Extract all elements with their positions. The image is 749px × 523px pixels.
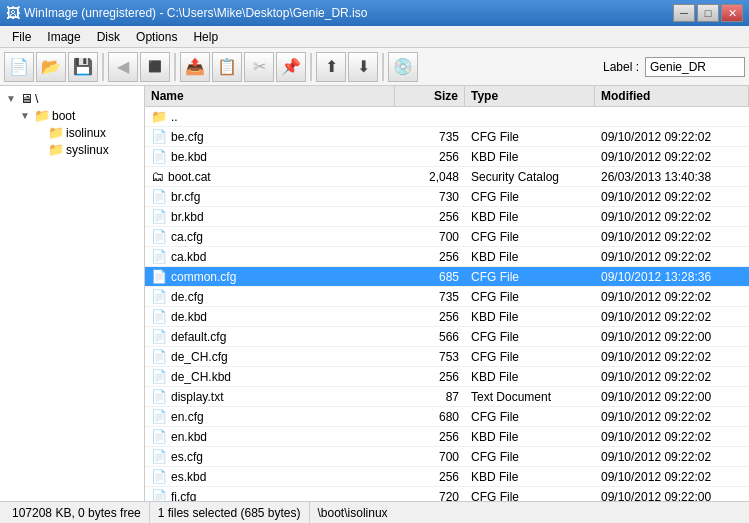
tree-toggle-syslinux [34,144,46,155]
tree-label-root: \ [35,92,38,106]
open-button[interactable]: 📂 [36,52,66,82]
title-bar: 🖼 WinImage (unregistered) - C:\Users\Mik… [0,0,749,26]
file-modified: 09/10/2012 13:28:36 [595,268,749,286]
app-icon: 🖼 [6,5,20,21]
file-icon: 📄 [151,149,167,164]
table-row[interactable]: 📄 en.cfg 680 CFG File 09/10/2012 09:22:0… [145,407,749,427]
table-row[interactable]: 📄 common.cfg 685 CFG File 09/10/2012 13:… [145,267,749,287]
label-input[interactable] [645,57,745,77]
main-area: ▼ 🖥 \ ▼ 📁 boot 📁 isolinux 📁 syslinux [0,86,749,501]
file-type: KBD File [465,468,595,486]
tree-item-syslinux[interactable]: 📁 syslinux [32,141,140,158]
inject-button[interactable]: ⬛ [140,52,170,82]
tree-root[interactable]: ▼ 🖥 \ [4,90,140,107]
file-name: 📄 en.kbd [145,427,395,446]
file-size: 256 [395,308,465,326]
minimize-button[interactable]: ─ [673,4,695,22]
close-button[interactable]: ✕ [721,4,743,22]
label-text: Label : [603,60,639,74]
table-row[interactable]: 📄 be.cfg 735 CFG File 09/10/2012 09:22:0… [145,127,749,147]
table-row[interactable]: 📄 de.cfg 735 CFG File 09/10/2012 09:22:0… [145,287,749,307]
format-button[interactable]: 💿 [388,52,418,82]
back-button[interactable]: ◀ [108,52,138,82]
menu-image[interactable]: Image [39,28,88,46]
menu-disk[interactable]: Disk [89,28,128,46]
file-rows: 📁 .. 📄 be.cfg 735 CFG File 09/10/2012 09… [145,107,749,501]
file-size: 720 [395,488,465,502]
sort-za-button[interactable]: ⬇ [348,52,378,82]
catalog-icon: 🗂 [151,169,164,184]
file-size: 2,048 [395,168,465,186]
cut-button[interactable]: ✂ [244,52,274,82]
table-row[interactable]: 📁 .. [145,107,749,127]
table-row[interactable]: 📄 de_CH.cfg 753 CFG File 09/10/2012 09:2… [145,347,749,367]
paste-button[interactable]: 📌 [276,52,306,82]
file-type: KBD File [465,428,595,446]
table-row[interactable]: 🗂 boot.cat 2,048 Security Catalog 26/03/… [145,167,749,187]
file-size: 256 [395,148,465,166]
file-name: 📄 en.cfg [145,407,395,426]
save-button[interactable]: 💾 [68,52,98,82]
extract-button[interactable]: 📤 [180,52,210,82]
file-size: 735 [395,288,465,306]
table-row[interactable]: 📄 fi.cfg 720 CFG File 09/10/2012 09:22:0… [145,487,749,501]
file-modified: 09/10/2012 09:22:00 [595,488,749,502]
table-row[interactable]: 📄 de_CH.kbd 256 KBD File 09/10/2012 09:2… [145,367,749,387]
table-row[interactable]: 📄 br.kbd 256 KBD File 09/10/2012 09:22:0… [145,207,749,227]
file-name: 📄 ca.kbd [145,247,395,266]
file-name: 📄 be.kbd [145,147,395,166]
file-size: 256 [395,468,465,486]
file-modified: 09/10/2012 09:22:00 [595,328,749,346]
menu-options[interactable]: Options [128,28,185,46]
toolbar: 📄 📂 💾 ◀ ⬛ 📤 📋 ✂ 📌 ⬆ ⬇ 💿 Label : [0,48,749,86]
table-row[interactable]: 📄 es.cfg 700 CFG File 09/10/2012 09:22:0… [145,447,749,467]
header-name[interactable]: Name [145,86,395,106]
file-type: CFG File [465,268,595,286]
tree-toggle-boot: ▼ [20,110,32,121]
table-row[interactable]: 📄 es.kbd 256 KBD File 09/10/2012 09:22:0… [145,467,749,487]
file-name: 📄 de_CH.kbd [145,367,395,386]
menu-help[interactable]: Help [185,28,226,46]
file-modified: 09/10/2012 09:22:02 [595,228,749,246]
file-size: 753 [395,348,465,366]
file-type: CFG File [465,128,595,146]
maximize-button[interactable]: □ [697,4,719,22]
copy-button[interactable]: 📋 [212,52,242,82]
table-row[interactable]: 📄 ca.kbd 256 KBD File 09/10/2012 09:22:0… [145,247,749,267]
table-row[interactable]: 📄 display.txt 87 Text Document 09/10/201… [145,387,749,407]
sort-az-button[interactable]: ⬆ [316,52,346,82]
table-row[interactable]: 📄 ca.cfg 700 CFG File 09/10/2012 09:22:0… [145,227,749,247]
file-modified: 09/10/2012 09:22:02 [595,408,749,426]
file-type: CFG File [465,288,595,306]
tree-panel: ▼ 🖥 \ ▼ 📁 boot 📁 isolinux 📁 syslinux [0,86,145,501]
file-icon: 📄 [151,249,167,264]
file-type: CFG File [465,188,595,206]
file-type: CFG File [465,488,595,502]
file-name: 📄 de.kbd [145,307,395,326]
header-modified[interactable]: Modified [595,86,749,106]
toolbar-separator-1 [102,53,104,81]
tree-item-isolinux[interactable]: 📁 isolinux [32,124,140,141]
file-modified [595,115,749,119]
disk-info-text: 107208 KB, 0 bytes free [12,506,141,520]
file-icon: 📄 [151,309,167,324]
file-size: 700 [395,228,465,246]
file-icon: 📄 [151,489,167,501]
file-size [395,115,465,119]
tree-item-boot[interactable]: ▼ 📁 boot [18,107,140,124]
header-type[interactable]: Type [465,86,595,106]
file-panel: Name Size Type Modified 📁 .. 📄 be.cfg 73… [145,86,749,501]
file-size: 685 [395,268,465,286]
table-row[interactable]: 📄 de.kbd 256 KBD File 09/10/2012 09:22:0… [145,307,749,327]
table-row[interactable]: 📄 default.cfg 566 CFG File 09/10/2012 09… [145,327,749,347]
menu-file[interactable]: File [4,28,39,46]
header-size[interactable]: Size [395,86,465,106]
status-disk-info: 107208 KB, 0 bytes free [4,502,150,523]
table-row[interactable]: 📄 be.kbd 256 KBD File 09/10/2012 09:22:0… [145,147,749,167]
file-size: 256 [395,248,465,266]
new-button[interactable]: 📄 [4,52,34,82]
table-row[interactable]: 📄 br.cfg 730 CFG File 09/10/2012 09:22:0… [145,187,749,207]
file-modified: 09/10/2012 09:22:02 [595,128,749,146]
table-row[interactable]: 📄 en.kbd 256 KBD File 09/10/2012 09:22:0… [145,427,749,447]
file-type: CFG File [465,348,595,366]
